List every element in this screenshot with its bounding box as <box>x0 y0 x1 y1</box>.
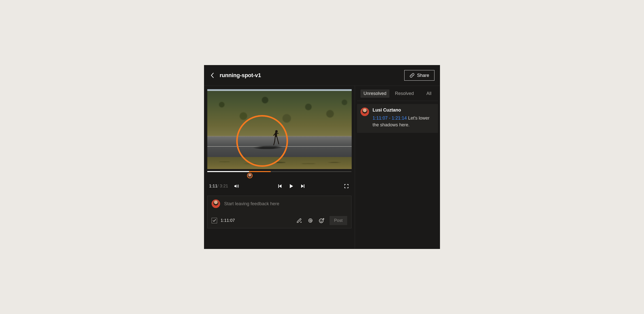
composer-top <box>212 199 347 208</box>
link-icon <box>410 73 415 78</box>
video-frame[interactable] <box>207 89 352 169</box>
filter-unresolved[interactable]: Unresolved <box>360 89 389 98</box>
svg-point-5 <box>319 219 323 223</box>
timestamp-checkbox[interactable] <box>212 218 217 223</box>
timeline <box>204 169 355 179</box>
comment-item[interactable]: Lusi Cuztano 1:11:07 - 1:21:14 Let's low… <box>357 104 438 133</box>
share-label: Share <box>417 73 429 78</box>
play-button[interactable] <box>289 183 294 189</box>
timeline-track[interactable] <box>207 171 351 172</box>
header-left: running-spot-v1 <box>210 72 261 79</box>
timeline-comment-marker[interactable] <box>247 173 253 178</box>
current-time: 1:11 <box>209 184 217 188</box>
time-display: 1:11/ 3:21 <box>209 184 228 189</box>
frame-forward-icon <box>300 184 305 188</box>
timestamp-label: 1:11:07 <box>221 218 235 223</box>
svg-rect-2 <box>278 184 279 188</box>
total-time: 3:21 <box>220 184 228 188</box>
player-controls: 1:11/ 3:21 <box>204 179 355 193</box>
comment-author: Lusi Cuztano <box>373 108 430 113</box>
video-bg-sky <box>207 89 352 91</box>
draw-button[interactable] <box>296 218 302 224</box>
at-icon <box>308 218 313 223</box>
comment-time-range[interactable]: 1:11:07 - 1:21:14 <box>373 116 407 121</box>
comment-body: Lusi Cuztano 1:11:07 - 1:21:14 Let's low… <box>373 108 430 128</box>
annotation-circle[interactable] <box>236 115 288 167</box>
timeline-played <box>207 171 249 172</box>
feedback-input[interactable] <box>224 201 347 206</box>
video-review-app: running-spot-v1 Share <box>204 65 440 249</box>
video-wrap <box>204 86 355 169</box>
body: 1:11/ 3:21 <box>204 86 440 249</box>
feedback-composer: 1:11:07 <box>207 196 351 228</box>
emoji-plus-icon <box>318 218 325 224</box>
timeline-selection <box>249 171 271 172</box>
share-button[interactable]: Share <box>404 70 434 81</box>
page-title: running-spot-v1 <box>220 72 261 79</box>
comments-list: Lusi Cuztano 1:11:07 - 1:21:14 Let's low… <box>355 101 440 136</box>
controls-center <box>277 183 305 189</box>
time-sep: / <box>217 184 220 188</box>
svg-point-7 <box>322 220 322 221</box>
right-pane: Unresolved Resolved All Lusi Cuztano 1:1… <box>355 86 440 249</box>
check-icon <box>213 219 216 222</box>
fullscreen-button[interactable] <box>344 183 349 189</box>
emoji-button[interactable] <box>318 218 325 224</box>
volume-icon <box>234 183 239 189</box>
filter-resolved[interactable]: Resolved <box>392 89 417 98</box>
left-pane: 1:11/ 3:21 <box>204 86 355 249</box>
volume-button[interactable] <box>234 183 239 189</box>
controls-right <box>344 183 349 189</box>
composer-bottom: 1:11:07 <box>212 216 347 225</box>
filter-all[interactable]: All <box>423 89 434 98</box>
chevron-left-icon <box>211 73 214 78</box>
composer-avatar <box>212 199 220 208</box>
comment-avatar <box>360 108 369 116</box>
comment-text: 1:11:07 - 1:21:14 Let's lower the shadow… <box>373 115 430 128</box>
play-icon <box>289 184 294 188</box>
back-button[interactable] <box>210 73 215 78</box>
svg-point-6 <box>320 220 321 221</box>
mention-button[interactable] <box>307 218 313 224</box>
post-button[interactable]: Post <box>330 216 347 225</box>
header: running-spot-v1 Share <box>204 65 440 86</box>
composer-actions: Post <box>296 216 347 225</box>
comment-filters: Unresolved Resolved All <box>357 86 438 101</box>
controls-left: 1:11/ 3:21 <box>209 183 239 189</box>
pencil-plus-icon <box>297 218 302 223</box>
timestamp-group: 1:11:07 <box>212 218 235 223</box>
fullscreen-icon <box>344 184 349 188</box>
frame-forward-button[interactable] <box>300 183 305 189</box>
frame-back-button[interactable] <box>277 183 283 189</box>
frame-back-icon <box>278 184 283 188</box>
svg-point-4 <box>310 220 311 221</box>
svg-rect-3 <box>304 184 305 188</box>
